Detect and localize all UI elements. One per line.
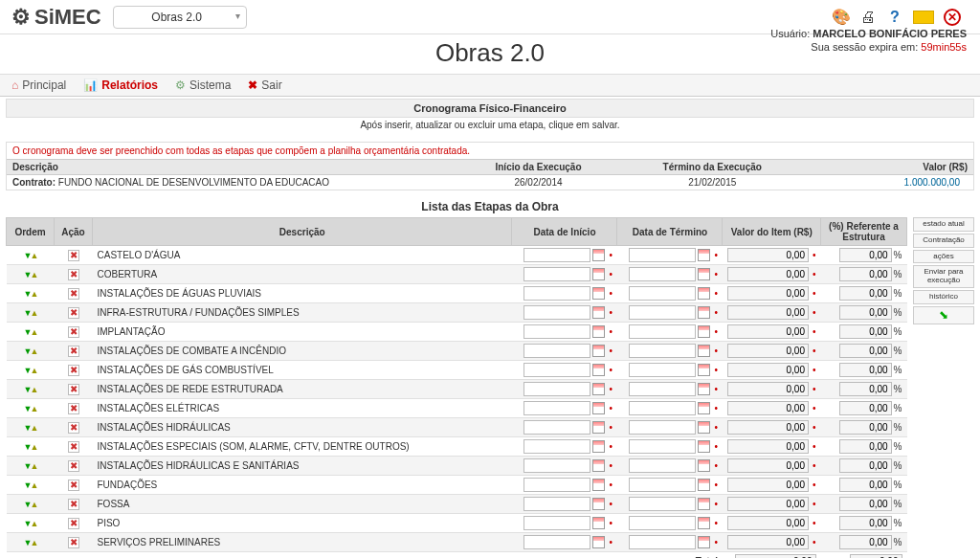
calendar-icon[interactable] bbox=[592, 287, 605, 300]
calendar-icon[interactable] bbox=[592, 268, 605, 280]
data-termino-input[interactable] bbox=[629, 363, 696, 377]
order-arrows[interactable]: ▼▲ bbox=[24, 461, 37, 471]
pct-input[interactable] bbox=[839, 458, 892, 473]
order-arrows[interactable]: ▼▲ bbox=[24, 538, 37, 547]
order-arrows[interactable]: ▼▲ bbox=[24, 519, 37, 528]
calendar-icon[interactable] bbox=[698, 440, 710, 453]
pct-input[interactable] bbox=[839, 497, 892, 511]
pct-input[interactable] bbox=[839, 401, 892, 415]
valor-input[interactable] bbox=[727, 401, 809, 415]
calendar-icon[interactable] bbox=[592, 440, 605, 453]
delete-icon[interactable]: ✖ bbox=[68, 307, 79, 319]
calendar-icon[interactable] bbox=[698, 345, 710, 357]
data-termino-input[interactable] bbox=[629, 478, 696, 492]
calendar-icon[interactable] bbox=[592, 421, 605, 434]
data-inicio-input[interactable] bbox=[523, 305, 590, 320]
calendar-icon[interactable] bbox=[698, 287, 710, 300]
delete-icon[interactable]: ✖ bbox=[68, 499, 79, 510]
order-arrows[interactable]: ▼▲ bbox=[24, 404, 37, 413]
data-inicio-input[interactable] bbox=[523, 401, 590, 415]
nav-sair[interactable]: ✖Sair bbox=[248, 78, 281, 92]
data-termino-input[interactable] bbox=[629, 248, 696, 262]
data-inicio-input[interactable] bbox=[523, 382, 590, 396]
pct-input[interactable] bbox=[839, 478, 892, 492]
nav-principal[interactable]: ⌂Principal bbox=[11, 78, 66, 92]
order-arrows[interactable]: ▼▲ bbox=[24, 423, 37, 433]
delete-icon[interactable]: ✖ bbox=[68, 288, 79, 300]
pct-input[interactable] bbox=[839, 286, 892, 301]
calendar-icon[interactable] bbox=[592, 345, 605, 357]
delete-icon[interactable]: ✖ bbox=[68, 250, 79, 261]
data-inicio-input[interactable] bbox=[523, 478, 590, 492]
data-inicio-input[interactable] bbox=[523, 516, 590, 530]
data-inicio-input[interactable] bbox=[523, 439, 590, 454]
order-arrows[interactable]: ▼▲ bbox=[24, 346, 37, 356]
data-termino-input[interactable] bbox=[629, 305, 696, 320]
data-termino-input[interactable] bbox=[629, 420, 696, 435]
valor-input[interactable] bbox=[727, 344, 809, 358]
calendar-icon[interactable] bbox=[592, 479, 605, 491]
order-arrows[interactable]: ▼▲ bbox=[24, 270, 37, 279]
delete-icon[interactable]: ✖ bbox=[68, 269, 79, 280]
data-inicio-input[interactable] bbox=[523, 248, 590, 262]
calendar-icon[interactable] bbox=[698, 306, 710, 319]
data-inicio-input[interactable] bbox=[523, 286, 590, 301]
calendar-icon[interactable] bbox=[698, 421, 710, 434]
print-icon[interactable]: 🖨 bbox=[859, 9, 877, 26]
calendar-icon[interactable] bbox=[698, 498, 710, 510]
valor-top-link[interactable]: 1.000.000,00 bbox=[799, 175, 973, 190]
valor-input[interactable] bbox=[727, 497, 809, 511]
calendar-icon[interactable] bbox=[592, 402, 605, 414]
data-termino-input[interactable] bbox=[629, 535, 696, 549]
delete-icon[interactable]: ✖ bbox=[68, 480, 79, 491]
data-inicio-input[interactable] bbox=[523, 420, 590, 435]
calendar-icon[interactable] bbox=[592, 364, 605, 376]
data-termino-input[interactable] bbox=[629, 497, 696, 511]
calendar-icon[interactable] bbox=[698, 268, 710, 280]
valor-input[interactable] bbox=[727, 458, 809, 473]
pct-input[interactable] bbox=[839, 344, 892, 358]
calendar-icon[interactable] bbox=[698, 364, 710, 376]
calendar-icon[interactable] bbox=[698, 517, 710, 529]
order-arrows[interactable]: ▼▲ bbox=[24, 442, 37, 452]
calendar-icon[interactable] bbox=[592, 459, 605, 472]
pct-input[interactable] bbox=[839, 363, 892, 377]
valor-input[interactable] bbox=[727, 439, 809, 454]
pct-input[interactable] bbox=[839, 439, 892, 454]
pct-input[interactable] bbox=[839, 382, 892, 396]
valor-input[interactable] bbox=[727, 286, 809, 301]
valor-input[interactable] bbox=[727, 305, 809, 320]
delete-icon[interactable]: ✖ bbox=[68, 403, 79, 414]
pct-input[interactable] bbox=[839, 516, 892, 530]
order-arrows[interactable]: ▼▲ bbox=[24, 327, 37, 337]
data-termino-input[interactable] bbox=[629, 382, 696, 396]
delete-icon[interactable]: ✖ bbox=[68, 326, 79, 338]
nav-sistema[interactable]: ⚙Sistema bbox=[175, 78, 231, 92]
data-inicio-input[interactable] bbox=[523, 267, 590, 281]
delete-icon[interactable]: ✖ bbox=[68, 346, 79, 357]
valor-input[interactable] bbox=[727, 248, 809, 262]
valor-input[interactable] bbox=[727, 420, 809, 435]
order-arrows[interactable]: ▼▲ bbox=[24, 480, 37, 490]
module-selector[interactable]: Obras 2.0 bbox=[113, 6, 247, 29]
data-termino-input[interactable] bbox=[629, 286, 696, 301]
nav-relatorios[interactable]: 📊Relatórios bbox=[83, 78, 158, 92]
data-inicio-input[interactable] bbox=[523, 535, 590, 549]
calendar-icon[interactable] bbox=[592, 536, 605, 548]
calendar-icon[interactable] bbox=[592, 383, 605, 395]
calendar-icon[interactable] bbox=[592, 306, 605, 319]
valor-input[interactable] bbox=[727, 382, 809, 396]
data-inicio-input[interactable] bbox=[523, 458, 590, 473]
side-contratacao[interactable]: Contratação bbox=[913, 234, 974, 248]
pct-input[interactable] bbox=[839, 324, 892, 339]
calendar-icon[interactable] bbox=[592, 325, 605, 338]
palette-icon[interactable]: 🎨 bbox=[833, 9, 850, 26]
pct-input[interactable] bbox=[839, 305, 892, 320]
delete-icon[interactable]: ✖ bbox=[68, 384, 79, 395]
side-tree-icon[interactable]: ⬊ bbox=[913, 306, 974, 324]
data-termino-input[interactable] bbox=[629, 324, 696, 339]
valor-input[interactable] bbox=[727, 478, 809, 492]
delete-icon[interactable]: ✖ bbox=[68, 441, 79, 453]
order-arrows[interactable]: ▼▲ bbox=[24, 366, 37, 375]
side-enviar[interactable]: Enviar para execução bbox=[913, 265, 974, 288]
